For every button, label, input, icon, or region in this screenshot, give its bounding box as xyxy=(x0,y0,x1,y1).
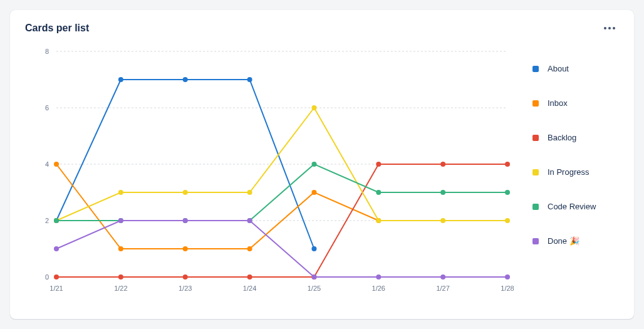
series-point xyxy=(376,218,381,223)
card-title: Cards per list xyxy=(25,23,89,34)
chart-row: 024681/211/221/231/241/251/261/271/28 Ab… xyxy=(25,39,619,308)
y-tick-label: 4 xyxy=(45,160,49,168)
series-point xyxy=(505,218,510,223)
legend-item[interactable]: In Progress xyxy=(532,167,619,177)
legend-item[interactable]: About xyxy=(532,64,619,73)
x-tick-label: 1/25 xyxy=(308,285,321,292)
series-point xyxy=(440,218,445,223)
y-tick-label: 0 xyxy=(45,273,49,281)
series-point xyxy=(247,274,252,279)
series-point xyxy=(54,246,59,251)
series-point xyxy=(311,105,316,110)
series-point xyxy=(118,190,123,195)
series-point xyxy=(183,246,188,251)
series-point xyxy=(183,274,188,279)
legend-swatch xyxy=(532,238,539,244)
series-point xyxy=(311,246,316,251)
y-tick-label: 8 xyxy=(45,48,49,55)
series-point xyxy=(376,274,381,279)
series-point xyxy=(311,162,316,167)
legend-swatch xyxy=(532,169,539,175)
series-point xyxy=(311,274,316,279)
x-tick-label: 1/23 xyxy=(179,285,192,292)
legend-label: Done 🎉 xyxy=(548,236,579,246)
series-point xyxy=(505,162,510,167)
series-point xyxy=(54,218,59,223)
series-point xyxy=(183,77,188,82)
series-point xyxy=(440,162,445,167)
series-point xyxy=(183,190,188,195)
x-tick-label: 1/24 xyxy=(243,285,256,292)
legend-swatch xyxy=(532,100,539,107)
series-point xyxy=(247,246,252,251)
card-header: Cards per list xyxy=(25,23,619,34)
series-point xyxy=(376,190,381,195)
legend-label: About xyxy=(548,64,569,73)
legend: AboutInboxBacklogIn ProgressCode ReviewD… xyxy=(520,39,619,308)
series-point xyxy=(118,246,123,251)
legend-swatch xyxy=(532,204,539,210)
series-point xyxy=(118,218,123,223)
series-point xyxy=(54,162,59,167)
legend-swatch xyxy=(532,66,539,72)
legend-label: Code Review xyxy=(548,202,596,211)
legend-label: Inbox xyxy=(548,98,568,108)
x-tick-label: 1/22 xyxy=(114,285,127,292)
legend-item[interactable]: Inbox xyxy=(532,98,619,108)
series-point xyxy=(440,274,445,279)
series-point xyxy=(183,218,188,223)
chart-area: 024681/211/221/231/241/251/261/271/28 xyxy=(25,39,520,308)
series-point xyxy=(247,190,252,195)
legend-item[interactable]: Backlog xyxy=(532,133,619,142)
legend-label: Backlog xyxy=(548,133,576,142)
x-tick-label: 1/28 xyxy=(501,285,514,292)
series-point xyxy=(440,190,445,195)
x-tick-label: 1/21 xyxy=(49,285,63,292)
legend-swatch xyxy=(532,135,539,141)
chart-card: Cards per list 024681/211/221/231/241/25… xyxy=(10,10,634,319)
series-point xyxy=(118,77,123,82)
line-chart: 024681/211/221/231/241/251/261/271/28 xyxy=(25,39,520,302)
series-point xyxy=(54,274,59,279)
y-tick-label: 6 xyxy=(45,104,49,112)
series-point xyxy=(311,190,316,195)
series-point xyxy=(505,190,510,195)
series-point xyxy=(247,218,252,223)
x-tick-label: 1/26 xyxy=(372,285,385,292)
series-line xyxy=(56,164,378,249)
more-options-icon[interactable] xyxy=(600,23,619,33)
series-point xyxy=(118,274,123,279)
x-tick-label: 1/27 xyxy=(436,285,449,292)
legend-item[interactable]: Done 🎉 xyxy=(532,236,619,246)
series-point xyxy=(505,274,510,279)
y-tick-label: 2 xyxy=(45,217,49,224)
series-point xyxy=(376,162,381,167)
legend-label: In Progress xyxy=(548,167,589,177)
series-point xyxy=(247,77,252,82)
legend-item[interactable]: Code Review xyxy=(532,202,619,211)
